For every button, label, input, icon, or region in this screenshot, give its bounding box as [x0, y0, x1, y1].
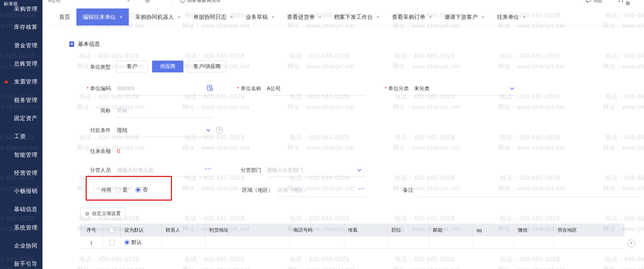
unit-name-underline — [267, 95, 365, 96]
radio-selected-icon[interactable] — [124, 240, 130, 245]
col-select-all — [103, 224, 121, 236]
tab-view-incoming[interactable]: 查看进货单× — [281, 8, 328, 25]
manager-input[interactable]: 请输入分管人员 — [117, 167, 153, 174]
row-contact-cell[interactable] — [162, 236, 206, 248]
unit-category-select[interactable]: 未分类 — [414, 85, 430, 92]
tab-doc-collab-log[interactable]: 单据协同日志× — [187, 8, 239, 25]
row-address-cell[interactable] — [206, 236, 290, 248]
chevron-down-icon — [510, 87, 514, 90]
row-qq-cell[interactable] — [473, 236, 514, 248]
company-selector[interactable]: b公司 — [47, 0, 132, 5]
balance-label: 往来余额 — [42, 148, 111, 155]
unit-type-label: 单位类型 — [42, 64, 111, 71]
short-name-input[interactable]: 简称 — [117, 108, 127, 114]
unit-type-supplier-button[interactable]: 供应商 — [152, 61, 183, 72]
row-location-cell[interactable] — [554, 236, 624, 248]
sidebar-item-collaboration[interactable]: 企业协同 — [0, 237, 42, 255]
region-picker-button[interactable]: ··· — [358, 185, 365, 192]
sidebar-item-label: 新手引导 — [14, 261, 38, 268]
sidebar-item-system[interactable]: 系统管理 — [0, 219, 42, 237]
tab-label: 首页 — [59, 14, 70, 21]
chevron-down-icon — [357, 169, 362, 172]
sidebar-item-label: 小畅报销 — [14, 188, 38, 195]
chevron-down-icon — [127, 0, 130, 1]
custom-fields-button[interactable]: 自定义项设置 — [80, 208, 125, 219]
close-icon[interactable]: × — [318, 14, 321, 20]
tab-label: 单据协同日志 — [193, 14, 226, 21]
edition-badge: 标准版 — [4, 1, 18, 7]
row-wechat-cell[interactable] — [514, 236, 554, 248]
tab-view-purchase-order[interactable]: 查看采购订单× — [386, 8, 438, 25]
row-fax-cell[interactable] — [344, 236, 388, 248]
unit-type-customer-button[interactable]: 客户 — [116, 61, 148, 72]
sidebar-item-payroll[interactable]: 工资 — [0, 127, 42, 146]
add-row-button[interactable]: + — [627, 239, 635, 247]
sidebar-item-fixed-assets[interactable]: 固定资产 — [0, 109, 42, 127]
tab-archive-workbench[interactable]: 档案下发工作台× — [328, 8, 386, 25]
messages-button[interactable]: 消息 — [586, 0, 603, 5]
tab-business-draft[interactable]: 业务草稿× — [240, 8, 281, 25]
sidebar-item-operation[interactable]: 经营管理 — [0, 164, 42, 182]
close-icon[interactable]: × — [481, 14, 484, 20]
payment-terms-select[interactable]: 现结 — [117, 127, 127, 134]
sidebar-item-inventory[interactable]: 库存核算 — [0, 18, 42, 36]
close-icon[interactable]: × — [120, 14, 123, 20]
tab-purchase-robot[interactable]: 采购协同机器人× — [129, 8, 187, 25]
tab-invite-customer[interactable]: 邀请下游客户× — [438, 8, 490, 25]
sidebar-item-guide[interactable]: 新手引导 — [0, 255, 42, 269]
sidebar-item-label: 固定资产 — [14, 115, 38, 122]
topbar: b公司 我要看案例演示 — [42, 0, 644, 5]
sidebar-item-ledger[interactable]: 总账管理 — [0, 55, 42, 73]
close-icon[interactable]: × — [376, 14, 379, 20]
label-text: 单位名称 — [241, 85, 261, 91]
remark-input[interactable] — [419, 197, 641, 197]
manager-label: 分管人员 — [42, 167, 111, 174]
close-icon[interactable]: × — [178, 14, 180, 20]
unit-category-dropdown[interactable] — [510, 87, 514, 90]
close-icon[interactable]: × — [230, 14, 233, 20]
unit-type-both-button[interactable]: 客户/供应商 — [188, 61, 226, 72]
tab-home[interactable]: 首页 — [53, 8, 76, 25]
topbar-divider — [172, 0, 173, 3]
tab-edit-partner[interactable]: 编辑往来单位× — [76, 8, 129, 25]
region-input[interactable]: 区域（地区） — [278, 187, 309, 194]
help-icon[interactable]: ? — [216, 127, 223, 134]
payment-terms-dropdown[interactable] — [206, 129, 211, 132]
red-dot-icon — [5, 81, 8, 84]
row-email-cell[interactable] — [429, 236, 473, 248]
close-icon[interactable]: × — [523, 14, 526, 20]
code-rule-button[interactable] — [207, 85, 213, 91]
sidebar-item-smart[interactable]: 智能管理 — [0, 146, 42, 164]
row-position-cell[interactable] — [388, 236, 429, 248]
department-input[interactable]: 请输入分管部门 — [267, 167, 303, 174]
sidebar-item-funds[interactable]: 资金管理 — [0, 37, 42, 55]
balance-value: 0 — [117, 148, 120, 154]
col-seq: 序号 — [80, 224, 103, 236]
sidebar-item-expense[interactable]: 小畅报销 — [0, 182, 42, 200]
row-phone-cell[interactable] — [290, 236, 344, 248]
col-phone: 电话号码 — [290, 224, 344, 236]
unit-name-input[interactable]: A公司 — [267, 85, 280, 92]
tab-partners[interactable]: 往来单位× — [491, 8, 532, 25]
close-icon[interactable]: × — [272, 14, 275, 20]
online-service-label: 在线客服 — [626, 0, 644, 5]
manager-picker-button[interactable]: ··· — [205, 166, 212, 172]
close-icon[interactable]: × — [429, 14, 432, 20]
headset-icon — [618, 0, 624, 3]
col-set-default: 设为默认 — [121, 224, 162, 236]
tab-label: 采购协同机器人 — [135, 14, 174, 21]
online-service-button[interactable]: 在线客服 — [618, 0, 644, 5]
col-wechat: 微信 — [514, 224, 554, 236]
checkbox-icon[interactable] — [109, 240, 114, 245]
checkbox-icon[interactable] — [109, 228, 114, 233]
unit-code-underline — [117, 95, 213, 96]
sidebar-item-invoice[interactable]: 发票管理 — [0, 73, 42, 91]
sidebar-item-basic-info[interactable]: 基础信息 — [0, 200, 42, 218]
sidebar-item-label: 企业协同 — [14, 242, 38, 249]
sidebar-item-tax[interactable]: 税务管理 — [0, 91, 42, 109]
sidebar-menu: 采购管理 库存核算 资金管理 总账管理 发票管理 税务管理 固定资产 工资 智能… — [0, 0, 42, 269]
demo-link[interactable]: 我要看案例演示 — [180, 0, 221, 5]
department-dropdown[interactable] — [357, 169, 362, 172]
settings-gear-button[interactable] — [145, 0, 150, 5]
unit-code-input[interactable]: 000003 — [117, 85, 134, 91]
